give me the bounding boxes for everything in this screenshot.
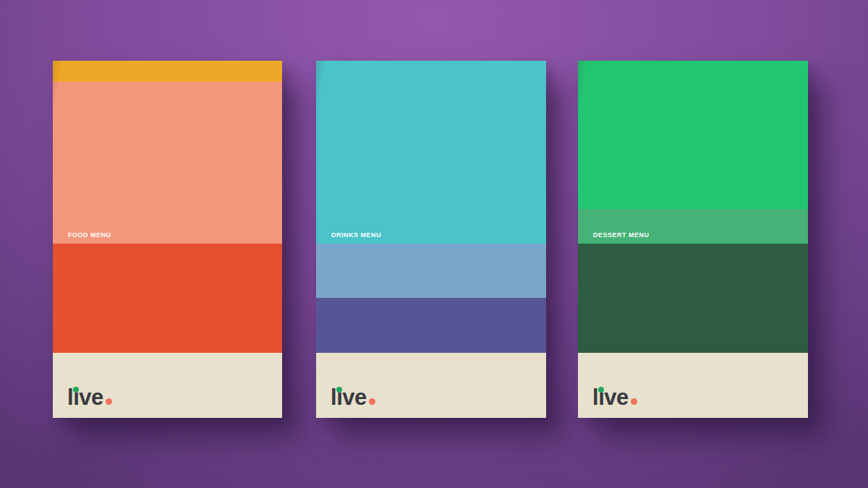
logo-period-icon: [369, 398, 375, 405]
logo-letter-l: l: [331, 385, 336, 410]
logo-letter-i: ı: [336, 386, 342, 408]
live-logo: lıve: [331, 386, 375, 408]
logo-letter-i: ı: [598, 386, 604, 408]
logo-period-icon: [106, 398, 112, 405]
red-orange-band: [53, 244, 282, 353]
logo-letter-i: ı: [73, 386, 79, 408]
mockup-scene: FOOD MENU lıve DRINKS MENU lıve DESSERT …: [0, 0, 868, 488]
card-color-bands: [53, 61, 282, 418]
dark-green-band: [578, 244, 808, 353]
logo-letter-l: l: [592, 385, 598, 410]
live-logo: lıve: [592, 386, 637, 408]
card-color-bands: [316, 61, 546, 418]
logo-period-icon: [631, 398, 637, 405]
salmon-band: [53, 82, 282, 244]
bright-green-band: [578, 61, 808, 209]
logo-letters-ve: ve: [79, 385, 103, 410]
menu-label: DESSERT MENU: [593, 232, 650, 239]
logo-letters-ve: ve: [604, 385, 628, 410]
dessert-menu-card: DESSERT MENU lıve: [578, 61, 808, 418]
purple-blue-band: [316, 298, 546, 353]
teal-band: [316, 61, 546, 244]
logo-letter-l: l: [67, 385, 73, 410]
food-menu-card: FOOD MENU lıve: [53, 61, 282, 418]
menu-label: FOOD MENU: [68, 232, 111, 239]
light-blue-band: [316, 244, 546, 298]
drinks-menu-card: DRINKS MENU lıve: [316, 61, 546, 418]
live-logo: lıve: [67, 386, 112, 408]
card-color-bands: [578, 61, 808, 418]
yellow-band: [53, 61, 282, 82]
menu-label: DRINKS MENU: [331, 232, 381, 239]
logo-letters-ve: ve: [342, 385, 366, 410]
